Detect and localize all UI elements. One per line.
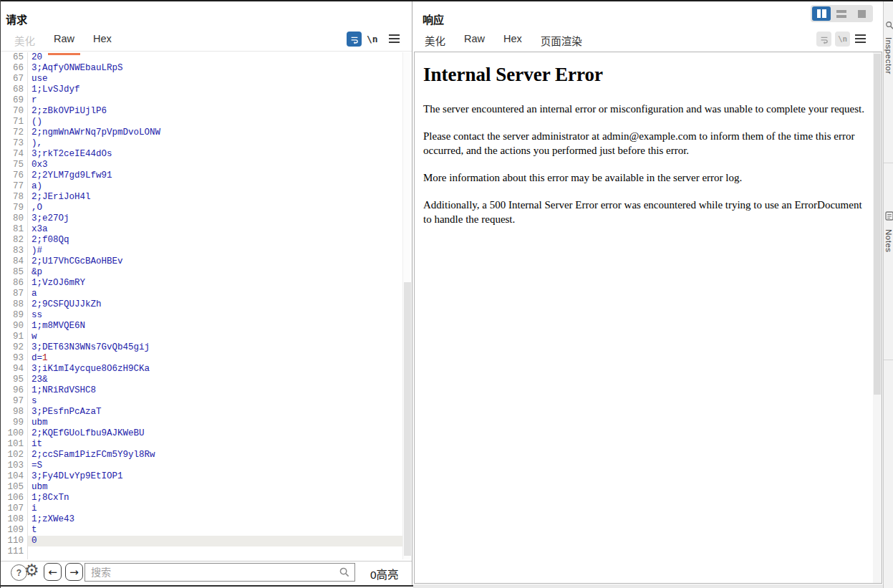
line-number: 105 (1, 482, 28, 493)
prev-match-button[interactable]: ← (44, 563, 62, 581)
editor-line[interactable]: 1043;Fy4DLvYp9EtIOP1 (1, 471, 402, 482)
editor-line[interactable]: 109t (1, 525, 402, 536)
editor-line[interactable]: 1100 (1, 536, 402, 546)
response-scrollbar[interactable] (873, 52, 882, 583)
single-panel-button[interactable] (853, 6, 872, 21)
editor-line[interactable]: 722;ngmWnAWrNq7pVpmDvoLONW (1, 127, 402, 138)
editor-line[interactable]: 842;U17VhCGcBAoHBEv (1, 256, 402, 267)
editor-line[interactable]: 99ubm (1, 418, 402, 428)
editor-line[interactable]: 1081;zXWe43 (1, 514, 402, 525)
editor-line[interactable]: 89ss (1, 310, 402, 321)
request-editor-scrollbar[interactable] (402, 52, 411, 559)
window-top-border (0, 0, 893, 1)
editor-line[interactable]: 803;e27Oj (1, 213, 402, 224)
editor-line[interactable]: 93d=1 (1, 353, 402, 364)
editor-line[interactable]: 861;VzOJ6mRY (1, 278, 402, 289)
editor-line[interactable]: 73), (1, 138, 402, 149)
editor-line[interactable]: 1061;8CxTn (1, 493, 402, 503)
editor-line[interactable]: 750x3 (1, 160, 402, 170)
line-number: 111 (1, 546, 28, 557)
editor-line[interactable]: 97s (1, 396, 402, 407)
next-match-button[interactable]: → (65, 563, 83, 581)
editor-line[interactable]: 822;f08Qq (1, 235, 402, 246)
inspector-icon[interactable] (885, 20, 893, 33)
editor-line[interactable]: 111 (1, 546, 402, 557)
editor-line[interactable]: 6520 (1, 52, 402, 63)
request-menu-icon[interactable] (389, 34, 400, 43)
editor-line[interactable]: 107i (1, 503, 402, 514)
request-scrollbar-thumb[interactable] (404, 282, 411, 556)
line-number: 101 (1, 439, 28, 450)
search-icon (339, 567, 350, 578)
line-number: 69 (1, 95, 28, 106)
editor-line[interactable]: 79,O (1, 203, 402, 213)
line-text: 1;LvSJdyf (28, 85, 402, 95)
request-editor[interactable]: 6520663;AqfyONWEbauLRpS67use681;LvSJdyf6… (1, 52, 402, 559)
editor-line[interactable]: 67use (1, 74, 402, 85)
line-text: 3;iK1mI4ycque8O6zH9CKa (28, 364, 402, 375)
gear-icon[interactable]: ⚙ (24, 561, 39, 579)
notes-icon[interactable] (885, 211, 893, 223)
line-number: 94 (1, 364, 28, 375)
line-text: &p (28, 267, 402, 278)
line-text: ubm (28, 418, 402, 428)
line-text (28, 546, 402, 557)
sidebar-tab-inspector[interactable]: Inspector (884, 37, 893, 74)
line-number: 68 (1, 85, 28, 95)
editor-line[interactable]: 71() (1, 117, 402, 127)
editor-line[interactable]: 101it (1, 439, 402, 450)
split-rows-button[interactable] (832, 6, 851, 21)
editor-line[interactable]: 103=S (1, 461, 402, 471)
line-number: 103 (1, 461, 28, 471)
editor-line[interactable]: 961;NRiRdVSHC8 (1, 385, 402, 396)
editor-line[interactable]: 782;JEriJoH4l (1, 192, 402, 203)
line-text: x3a (28, 224, 402, 235)
line-number: 93 (1, 353, 28, 364)
panel-divider[interactable] (412, 1, 412, 585)
line-number: 99 (1, 418, 28, 428)
split-columns-button[interactable] (812, 6, 831, 21)
line-number: 72 (1, 127, 28, 138)
editor-line[interactable]: 923;DET63N3WNs7GvQb45gij (1, 342, 402, 353)
response-menu-icon[interactable] (855, 34, 866, 43)
editor-line[interactable]: 702;zBkOVPiUjlP6 (1, 106, 402, 117)
editor-line[interactable]: 83)# (1, 246, 402, 256)
editor-line[interactable]: 91w (1, 332, 402, 342)
editor-line[interactable]: 69r (1, 95, 402, 106)
editor-line[interactable]: 743;rkT2ceIE44dOs (1, 149, 402, 160)
sidebar-tab-notes[interactable]: Notes (884, 229, 893, 253)
line-number: 90 (1, 321, 28, 332)
line-number: 98 (1, 407, 28, 418)
line-text: 1;8CxTn (28, 493, 402, 503)
line-number: 100 (1, 428, 28, 439)
editor-line[interactable]: 87a (1, 289, 402, 299)
editor-line[interactable]: 882;9CSFQUJJkZh (1, 299, 402, 310)
editor-line[interactable]: 77a) (1, 181, 402, 192)
editor-line[interactable]: 85&p (1, 267, 402, 278)
line-text: 3;PEsfnPcAzaT (28, 407, 402, 418)
response-scrollbar-thumb[interactable] (874, 54, 881, 395)
editor-line[interactable]: 983;PEsfnPcAzaT (1, 407, 402, 418)
editor-line[interactable]: 762;2YLM7gd9Lfw91 (1, 170, 402, 181)
sidebar-divider (884, 163, 893, 163)
editor-line[interactable]: 105ubm (1, 482, 402, 493)
editor-line[interactable]: 1002;KQEfGUoLfbu9AJKWeBU (1, 428, 402, 439)
response-word-wrap-toggle[interactable] (816, 32, 831, 47)
line-text: 2;9CSFQUJJkZh (28, 299, 402, 310)
search-input[interactable] (85, 563, 355, 582)
line-text: s (28, 396, 402, 407)
newline-toggle[interactable]: \n (367, 34, 378, 44)
word-wrap-toggle[interactable] (347, 32, 362, 47)
editor-line[interactable]: 943;iK1mI4ycque8O6zH9CKa (1, 364, 402, 375)
editor-line[interactable]: 9523& (1, 375, 402, 385)
editor-line[interactable]: 1022;ccSFam1PizFCm5Y9yl8Rw (1, 450, 402, 461)
toolbar-separator (1, 561, 412, 562)
editor-line[interactable]: 663;AqfyONWEbauLRpS (1, 63, 402, 74)
line-text: 0 (28, 536, 402, 546)
error-page-heading: Internal Server Error (423, 64, 870, 86)
line-number: 67 (1, 74, 28, 85)
editor-line[interactable]: 901;m8MVQE6N (1, 321, 402, 332)
editor-line[interactable]: 81x3a (1, 224, 402, 235)
response-newline-toggle[interactable]: \n (835, 32, 850, 47)
editor-line[interactable]: 681;LvSJdyf (1, 85, 402, 95)
